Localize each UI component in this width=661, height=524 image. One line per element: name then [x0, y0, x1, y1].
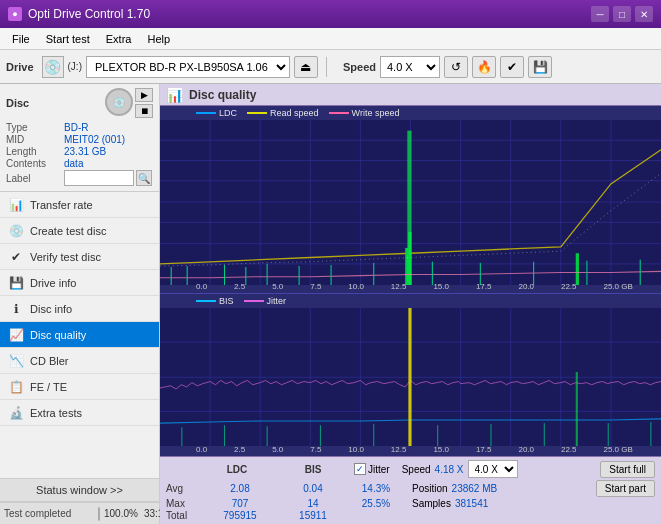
- bis-chart-section: 20 15 10 5 40% 32% 24% 16% 8%: [160, 294, 661, 456]
- refresh-button[interactable]: ↺: [444, 56, 468, 78]
- sidebar-item-fe-te[interactable]: 📋 FE / TE: [0, 374, 159, 400]
- sidebar-spacer: [0, 426, 159, 478]
- position-value: 23862 MB: [452, 483, 498, 494]
- svg-rect-56: [544, 423, 545, 446]
- disc-btn2[interactable]: ⏹: [135, 104, 153, 118]
- jitter-checkbox[interactable]: ✓: [354, 463, 366, 475]
- menu-extra[interactable]: Extra: [98, 31, 140, 47]
- drive-select[interactable]: PLEXTOR BD-R PX-LB950SA 1.06: [86, 56, 290, 78]
- read-legend-item: Read speed: [247, 108, 319, 118]
- sidebar-item-disc-info[interactable]: ℹ Disc info: [0, 296, 159, 322]
- sidebar-item-create-test-disc[interactable]: 💿 Create test disc: [0, 218, 159, 244]
- svg-rect-55: [490, 424, 491, 446]
- menu-start-test[interactable]: Start test: [38, 31, 98, 47]
- sidebar-item-disc-quality[interactable]: 📈 Disc quality: [0, 322, 159, 348]
- disc-section-label: Disc: [6, 97, 29, 109]
- start-full-button[interactable]: Start full: [600, 461, 655, 478]
- avg-bis-value: 0.04: [278, 483, 348, 494]
- chart-header-icon: 📊: [166, 87, 183, 103]
- read-legend-label: Read speed: [270, 108, 319, 118]
- disc-type-row: Type BD-R: [6, 122, 153, 133]
- disc-contents-label: Contents: [6, 158, 64, 169]
- eject-button[interactable]: ⏏: [294, 56, 318, 78]
- sidebar-item-label-transfer-rate: Transfer rate: [30, 199, 93, 211]
- sidebar-item-label-drive-info: Drive info: [30, 277, 76, 289]
- close-button[interactable]: ✕: [635, 6, 653, 22]
- svg-rect-19: [576, 253, 579, 285]
- read-legend-color: [247, 112, 267, 114]
- disc-panel: Disc 💿 ▶ ⏹ Type BD-R MID MEIT02 (001): [0, 84, 159, 192]
- disc-contents-row: Contents data: [6, 158, 153, 169]
- drive-label: Drive: [6, 61, 34, 73]
- start-part-button[interactable]: Start part: [596, 480, 655, 497]
- menu-help[interactable]: Help: [139, 31, 178, 47]
- stats-row1: LDC BIS ✓ Jitter Speed 4.18 X 4.0 X Star…: [166, 460, 655, 478]
- sidebar-item-label-create-test-disc: Create test disc: [30, 225, 106, 237]
- save-button[interactable]: 💾: [528, 56, 552, 78]
- speed-select[interactable]: 4.0 X: [380, 56, 440, 78]
- bis-x-axis: 0.0 2.5 5.0 7.5 10.0 12.5 15.0 17.5 20.0…: [196, 445, 633, 454]
- sidebar-item-verify-test-disc[interactable]: ✔ Verify test disc: [0, 244, 159, 270]
- sidebar-item-label-cd-bler: CD Bler: [30, 355, 69, 367]
- drive-icon: 💿: [42, 56, 64, 78]
- samples-label: Samples: [412, 498, 451, 509]
- sidebar-item-cd-bler[interactable]: 📉 CD Bler: [0, 348, 159, 374]
- sidebar-item-label-verify-test-disc: Verify test disc: [30, 251, 101, 263]
- jitter-checkbox-area: ✓ Jitter: [354, 463, 390, 475]
- svg-rect-49: [181, 427, 182, 446]
- svg-rect-57: [608, 423, 609, 446]
- sidebar-item-transfer-rate[interactable]: 📊 Transfer rate: [0, 192, 159, 218]
- stats-row2: Avg 2.08 0.04 14.3% Position 23862 MB St…: [166, 480, 655, 497]
- max-jitter-value: 25.5%: [351, 498, 401, 509]
- ldc-x-axis: 0.0 2.5 5.0 7.5 10.0 12.5 15.0 17.5 20.0…: [196, 282, 633, 291]
- ldc-chart-svg: [160, 120, 661, 285]
- avg-jitter-value: 14.3%: [351, 483, 401, 494]
- svg-rect-58: [650, 422, 651, 447]
- sidebar-item-extra-tests[interactable]: 🔬 Extra tests: [0, 400, 159, 426]
- toolbar-separator: [326, 57, 327, 77]
- total-bis-value: 15911: [278, 510, 348, 521]
- maximize-button[interactable]: □: [613, 6, 631, 22]
- create-test-disc-icon: 💿: [8, 223, 24, 239]
- disc-label-btn[interactable]: 🔍: [136, 170, 152, 186]
- jitter-legend-label: Jitter: [267, 296, 287, 306]
- status-text: Test completed: [4, 508, 94, 519]
- speed-value-stats: 4.18 X: [435, 464, 464, 475]
- disc-length-label: Length: [6, 146, 64, 157]
- ldc-chart-legend: LDC Read speed Write speed: [196, 108, 399, 118]
- max-label: Max: [166, 498, 202, 509]
- sidebar-item-label-disc-info: Disc info: [30, 303, 72, 315]
- verify-button[interactable]: ✔: [500, 56, 524, 78]
- progress-bar-area: Test completed 100.0% 33:14: [0, 502, 159, 524]
- disc-header: Disc 💿 ▶ ⏹: [6, 88, 153, 118]
- toolbar: Drive 💿 (J:) PLEXTOR BD-R PX-LB950SA 1.0…: [0, 50, 661, 84]
- svg-rect-50: [224, 425, 225, 446]
- disc-length-row: Length 23.31 GB: [6, 146, 153, 157]
- disc-length-value: 23.31 GB: [64, 146, 106, 157]
- svg-rect-53: [373, 424, 374, 446]
- stats-row3: Max 707 14 25.5% Samples 381541: [166, 498, 655, 509]
- svg-rect-47: [408, 308, 411, 447]
- svg-rect-20: [407, 131, 411, 286]
- burn-button[interactable]: 🔥: [472, 56, 496, 78]
- speed-info: Speed 4.18 X 4.0 X: [402, 460, 518, 478]
- minimize-button[interactable]: ─: [591, 6, 609, 22]
- sidebar: Disc 💿 ▶ ⏹ Type BD-R MID MEIT02 (001): [0, 84, 160, 524]
- ldc-legend-item: LDC: [196, 108, 237, 118]
- disc-btn1[interactable]: ▶: [135, 88, 153, 102]
- disc-contents-value: data: [64, 158, 83, 169]
- sidebar-item-drive-info[interactable]: 💾 Drive info: [0, 270, 159, 296]
- max-ldc-value: 707: [205, 498, 275, 509]
- max-bis-value: 14: [278, 498, 348, 509]
- disc-mid-value: MEIT02 (001): [64, 134, 125, 145]
- avg-ldc-value: 2.08: [205, 483, 275, 494]
- status-window-button[interactable]: Status window >>: [0, 478, 159, 502]
- svg-rect-22: [187, 266, 188, 285]
- disc-label-input[interactable]: [64, 170, 134, 186]
- jitter-label: Jitter: [368, 464, 390, 475]
- disc-label-row: Label 🔍: [6, 170, 153, 186]
- svg-rect-52: [320, 425, 321, 446]
- speed-select-stats[interactable]: 4.0 X: [468, 460, 518, 478]
- menu-file[interactable]: File: [4, 31, 38, 47]
- jitter-legend-color: [244, 300, 264, 302]
